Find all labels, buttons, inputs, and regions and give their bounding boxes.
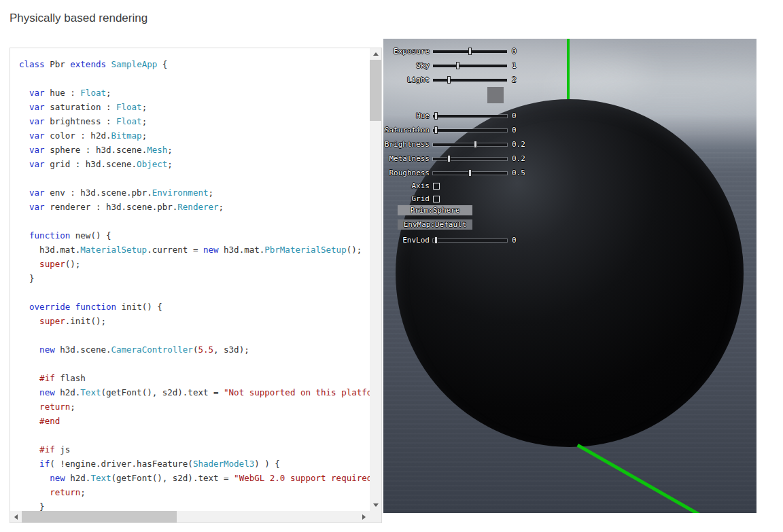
slider-label: EnvLod	[383, 236, 430, 245]
code-line: var grid : h3d.scene.Object;	[19, 157, 370, 171]
slider-value: 2	[512, 75, 517, 84]
slider-value: 0.2	[512, 140, 525, 149]
render-viewport[interactable]: Exposure0Sky1Light2 Hue0Saturation0Brigh…	[383, 39, 756, 513]
code-line: }	[19, 499, 370, 511]
slider-row-sky: Sky1	[383, 58, 517, 73]
slider-row-light: Light2	[383, 73, 517, 87]
slider-handle-sky[interactable]	[456, 62, 459, 69]
page-title: Physically based rendering	[10, 12, 147, 25]
slider-row-brightness: Brightness0.2	[383, 137, 525, 152]
slider-value: 0	[512, 47, 517, 56]
scroll-left-icon[interactable]	[10, 511, 22, 522]
slider-value: 1	[512, 61, 517, 70]
checkbox-grid[interactable]	[433, 196, 440, 202]
slider-row-saturation: Saturation0	[383, 123, 525, 137]
slider-handle-roughness[interactable]	[468, 169, 472, 177]
slider-value: 0	[512, 126, 517, 135]
checkbox-group: AxisGrid	[383, 179, 440, 205]
slider-label: Exposure	[383, 47, 430, 56]
code-line	[19, 171, 370, 185]
code-line	[19, 328, 370, 342]
code-line	[19, 285, 370, 300]
scroll-up-icon[interactable]	[370, 48, 381, 60]
slider-track-hue[interactable]	[433, 115, 507, 118]
code-line: var sphere : h3d.scene.Mesh;	[19, 143, 370, 157]
slider-track-light[interactable]	[433, 79, 507, 82]
slider-group-environment: Exposure0Sky1Light2	[383, 44, 517, 87]
slider-row-roughness: Roughness0.5	[383, 166, 525, 180]
checkbox-label: Axis	[383, 181, 430, 190]
code-line: if( !engine.driver.hasFeature(ShaderMode…	[19, 457, 370, 471]
code-line: return;	[19, 400, 370, 414]
slider-value: 0	[512, 111, 517, 120]
code-line	[19, 71, 370, 86]
slider-value: 0	[512, 236, 517, 245]
slider-row-metalness: Metalness0.2	[383, 152, 525, 166]
slider-value: 0.5	[512, 169, 525, 177]
code-line: h3d.mat.MaterialSetup.current = new h3d.…	[19, 243, 370, 257]
code-line: var hue : Float;	[19, 86, 370, 100]
code-line: function new() {	[19, 228, 370, 243]
code-line: #end	[19, 414, 370, 428]
code-line: var env : h3d.scene.pbr.Environment;	[19, 185, 370, 200]
scrollbar-corner	[370, 511, 381, 522]
code-line: var renderer : h3d.scene.pbr.Renderer;	[19, 200, 370, 214]
horizontal-scroll-thumb[interactable]	[22, 511, 177, 522]
slider-label: Metalness	[383, 154, 430, 163]
slider-track-saturation[interactable]	[433, 129, 507, 132]
slider-group-envlod: EnvLod0	[383, 233, 517, 247]
checkbox-axis[interactable]	[433, 183, 440, 190]
vertical-scrollbar[interactable]	[370, 48, 381, 511]
slider-track-brightness[interactable]	[433, 143, 507, 146]
checkbox-label: Grid	[383, 194, 430, 203]
slider-track-envlod[interactable]	[433, 239, 507, 242]
scroll-down-icon[interactable]	[370, 499, 381, 511]
page: Physically based rendering class Pbr ext…	[0, 0, 783, 532]
slider-label: Light	[383, 75, 430, 84]
button-group: Prim:SphereEnvMap:Default	[398, 205, 472, 234]
slider-track-roughness[interactable]	[433, 172, 507, 175]
slider-group-material: Hue0Saturation0Brightness0.2Metalness0.2…	[383, 109, 525, 180]
viewport-controls: Exposure0Sky1Light2 Hue0Saturation0Brigh…	[383, 39, 756, 513]
code-line: override function init() {	[19, 300, 370, 314]
code-line	[19, 357, 370, 371]
slider-track-exposure[interactable]	[433, 50, 507, 53]
slider-handle-envlod[interactable]	[434, 236, 438, 244]
slider-handle-saturation[interactable]	[434, 126, 438, 134]
code-line: super();	[19, 257, 370, 271]
vertical-scroll-thumb[interactable]	[370, 60, 381, 121]
code-line	[19, 214, 370, 228]
slider-row-envlod: EnvLod0	[383, 233, 517, 247]
code-line: #if js	[19, 442, 370, 457]
slider-track-sky[interactable]	[433, 65, 507, 67]
horizontal-scrollbar[interactable]	[10, 511, 370, 522]
color-preview-swatch	[487, 87, 504, 103]
slider-row-exposure: Exposure0	[383, 44, 517, 58]
code-line: var color : h2d.Bitmap;	[19, 128, 370, 143]
slider-handle-brightness[interactable]	[474, 141, 477, 148]
code-line: super.init();	[19, 314, 370, 328]
slider-handle-light[interactable]	[447, 76, 451, 84]
slider-row-hue: Hue0	[383, 109, 525, 123]
button-envmap-default[interactable]: EnvMap:Default	[398, 219, 472, 230]
slider-label: Hue	[383, 111, 430, 120]
code-line: return;	[19, 485, 370, 499]
slider-handle-exposure[interactable]	[468, 48, 472, 55]
code-line: new h2d.Text(getFont(), s2d).text = "Not…	[19, 385, 370, 400]
checkbox-row-axis: Axis	[383, 179, 440, 192]
scroll-right-icon[interactable]	[358, 511, 370, 522]
slider-handle-metalness[interactable]	[447, 155, 451, 162]
slider-label: Saturation	[383, 126, 430, 135]
checkbox-row-grid: Grid	[383, 192, 440, 205]
code-block: class Pbr extends SampleApp { var hue : …	[10, 48, 370, 511]
code-panel: class Pbr extends SampleApp { var hue : …	[10, 48, 382, 523]
button-prim-sphere[interactable]: Prim:Sphere	[398, 205, 472, 215]
code-line: #if flash	[19, 371, 370, 385]
code-line: new h2d.Text(getFont(), s2d).text = "Web…	[19, 471, 370, 485]
code-line: var saturation : Float;	[19, 100, 370, 114]
slider-value: 0.2	[512, 154, 525, 163]
slider-track-metalness[interactable]	[433, 158, 507, 160]
code-line: class Pbr extends SampleApp {	[19, 57, 370, 71]
code-line: }	[19, 271, 370, 285]
slider-handle-hue[interactable]	[434, 112, 438, 120]
